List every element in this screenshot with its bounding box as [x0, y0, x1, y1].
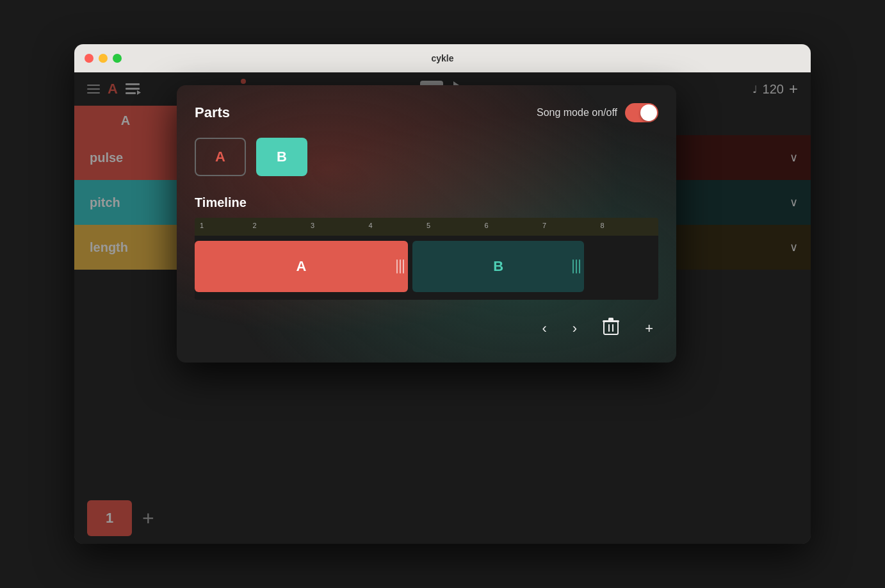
- ruler-1: 1: [200, 222, 204, 229]
- svg-rect-5: [608, 324, 610, 332]
- ruler-7: 7: [542, 222, 546, 229]
- app-content: A ♩ 120 +: [74, 72, 811, 544]
- modal-title: Parts: [195, 104, 230, 121]
- handle-line: [403, 259, 404, 274]
- svg-rect-6: [612, 324, 613, 332]
- prev-button[interactable]: ‹: [537, 315, 551, 342]
- ruler-3: 3: [311, 222, 314, 229]
- ruler-6: 6: [485, 222, 489, 229]
- ruler-5: 5: [426, 222, 430, 229]
- handle-line: [579, 259, 580, 274]
- ruler-ticks-svg: // ticks rendered via JS below: [195, 229, 658, 236]
- close-button[interactable]: [85, 54, 93, 63]
- block-b-handles: [572, 259, 580, 274]
- timeline-ruler: 1 2 3 4 5 6 7 8: [195, 218, 658, 236]
- block-a-handles: [396, 259, 404, 274]
- ruler-8: 8: [601, 222, 605, 229]
- svg-rect-8: [608, 318, 613, 321]
- handle-line: [396, 259, 398, 274]
- handle-line: [576, 259, 577, 274]
- song-mode-toggle[interactable]: [625, 103, 658, 122]
- modal-header: Parts Song mode on/off: [195, 103, 658, 122]
- ruler-4: 4: [369, 222, 373, 229]
- song-mode-label: Song mode on/off: [537, 107, 617, 118]
- ruler-2: 2: [253, 222, 257, 229]
- timeline-a-label: A: [296, 258, 307, 275]
- handle-line: [400, 259, 401, 274]
- timeline-b-label: B: [493, 258, 503, 275]
- add-part-button[interactable]: +: [640, 315, 658, 342]
- maximize-button[interactable]: [113, 54, 122, 63]
- timeline-block-a[interactable]: A: [195, 241, 408, 292]
- song-mode-row: Song mode on/off: [537, 103, 658, 122]
- window-title: cykle: [431, 53, 453, 63]
- delete-button[interactable]: [597, 313, 624, 345]
- trash-icon: [603, 318, 619, 336]
- part-b-button[interactable]: B: [256, 138, 307, 176]
- parts-modal: Parts Song mode on/off A B: [177, 85, 676, 363]
- app-window: cykle A: [74, 44, 811, 544]
- modal-actions: ‹ › +: [195, 313, 658, 345]
- timeline-block-b[interactable]: B: [412, 241, 584, 292]
- minimize-button[interactable]: [99, 54, 108, 63]
- timeline-section: Timeline 1 2 3 4 5 6 7: [195, 195, 658, 300]
- next-button[interactable]: ›: [567, 315, 582, 342]
- modal-overlay: Parts Song mode on/off A B: [74, 72, 811, 544]
- timeline-label: Timeline: [195, 195, 658, 210]
- parts-grid: A B: [195, 138, 658, 176]
- traffic-lights: [85, 54, 122, 63]
- timeline-tracks[interactable]: A B: [195, 236, 658, 300]
- titlebar: cykle: [74, 44, 811, 72]
- toggle-knob: [640, 104, 657, 121]
- part-a-button[interactable]: A: [195, 138, 246, 176]
- handle-line: [572, 259, 574, 274]
- svg-rect-4: [604, 322, 618, 334]
- modal-content: Parts Song mode on/off A B: [195, 103, 658, 345]
